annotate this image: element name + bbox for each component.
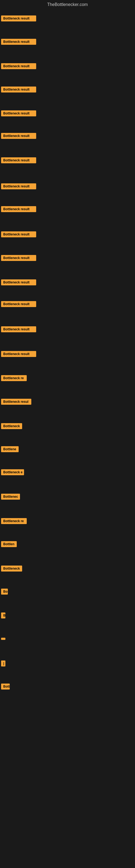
bottleneck-label: Bottleneck result: [1, 326, 36, 332]
list-item: Bottleneck re: [1, 518, 27, 525]
list-item: Bottleneck result: [1, 111, 36, 118]
list-item: Bottleneck: [1, 565, 22, 572]
bottleneck-label: Bottleneck: [1, 423, 22, 429]
bottleneck-label: Bo: [1, 589, 8, 595]
bottleneck-label: Bottlenec: [1, 494, 20, 500]
list-item: Bottleneck result: [1, 326, 36, 333]
list-item: Bottleneck result: [1, 133, 36, 140]
list-item: Bottleneck result: [1, 206, 36, 213]
bottleneck-label: Bottleneck re: [1, 375, 27, 381]
list-item: Bottleneck resul: [1, 399, 31, 406]
list-item: Bottleneck result: [1, 255, 36, 262]
bottleneck-label: B: [1, 613, 5, 618]
list-item: Bottleneck result: [1, 39, 36, 46]
list-item: Bottlen: [1, 541, 17, 548]
bottleneck-label: Bottleneck result: [1, 63, 36, 69]
bottleneck-label: Bottleneck result: [1, 157, 36, 163]
list-item: Bottleneck result: [1, 16, 36, 23]
bottleneck-label: Bottleneck re: [1, 518, 27, 524]
bottleneck-label: Bottleneck result: [1, 133, 36, 139]
list-item: Bottleneck result: [1, 87, 36, 94]
list-item: Bottleneck result: [1, 183, 36, 190]
list-item: Bottleneck result: [1, 351, 36, 358]
bottleneck-label: Bottleneck result: [1, 206, 36, 212]
bottleneck-label: Bottleneck e: [1, 469, 24, 475]
list-item: Bottleneck result: [1, 157, 36, 164]
list-item: Bo: [1, 589, 8, 596]
bottleneck-label: |: [1, 660, 5, 666]
list-item: Bottlenec: [1, 494, 20, 501]
list-item: Bottleneck: [1, 423, 22, 430]
bottleneck-label: Bottleneck result: [1, 39, 36, 45]
list-item: Bott: [1, 684, 10, 691]
bottleneck-label: Bottleneck result: [1, 87, 36, 93]
list-item: Bottleneck result: [1, 279, 36, 286]
bottleneck-label: Bottleneck: [1, 565, 22, 571]
list-item: Bottleneck result: [1, 63, 36, 70]
bottleneck-label: Bottleneck result: [1, 255, 36, 261]
bottleneck-label: Bottleneck result: [1, 279, 36, 285]
bottleneck-label: Bottleneck result: [1, 231, 36, 237]
page-container: TheBottlenecker.com Bottleneck resultBot…: [0, 0, 135, 868]
bottleneck-label: Bottlen: [1, 541, 17, 547]
bottleneck-label: [1, 638, 5, 640]
list-item: Bottleneck re: [1, 375, 27, 382]
list-item: Bottleneck result: [1, 301, 36, 308]
bottleneck-label: Bottleneck result: [1, 16, 36, 22]
bottleneck-label: Bott: [1, 684, 10, 689]
bottleneck-label: Bottleneck result: [1, 351, 36, 357]
bottleneck-label: Bottleneck result: [1, 183, 36, 189]
site-title: TheBottlenecker.com: [0, 0, 135, 10]
list-item: Bottleneck result: [1, 231, 36, 239]
list-item: B: [1, 613, 5, 620]
bottleneck-label: Bottleneck resul: [1, 399, 31, 405]
list-item: |: [1, 660, 5, 668]
list-item: [1, 636, 5, 641]
bottleneck-label: Bottleneck result: [1, 111, 36, 116]
list-item: Bottlene: [1, 446, 18, 453]
list-item: Bottleneck e: [1, 469, 24, 476]
bottleneck-label: Bottleneck result: [1, 301, 36, 307]
bottleneck-label: Bottlene: [1, 446, 18, 452]
